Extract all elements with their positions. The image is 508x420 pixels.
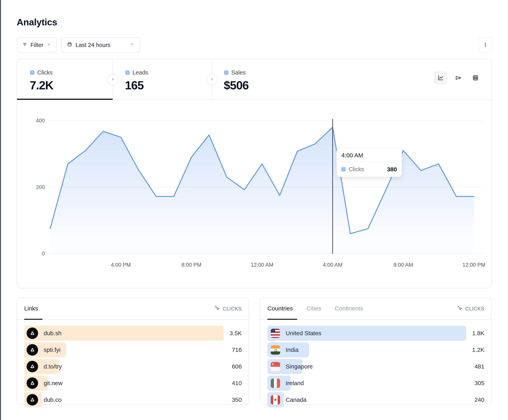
x-axis-tick: 4:00 AM [323,262,342,268]
y-axis-tick: 0 [42,251,45,257]
tooltip-time: 4:00 AM [337,148,402,162]
line-chart-icon[interactable] [434,71,447,84]
list-item[interactable]: Ireland305 [267,376,484,391]
countries-panel-header: Countries Cities Continents CLICKS [260,298,492,320]
stat-value: 165 [125,79,212,92]
in-flag-icon [271,345,280,355]
active-tab-underline [17,99,113,100]
tab-continents[interactable]: Continents [335,298,367,320]
list-item[interactable]: dub.co350 [24,392,242,407]
chart-tooltip: 4:00 AM Clicks 380 [336,148,402,177]
x-axis-tick: 8:00 PM [181,262,202,268]
y-axis-tick: 200 [36,184,45,190]
chevron-down-icon [46,42,52,49]
item-clicks-value: 3.5K [230,330,242,337]
tab-cities[interactable]: Cities [306,298,326,320]
dub-logo-icon [27,361,38,372]
tooltip-series-label: Clicks [349,166,364,173]
stat-value: 7.2K [30,79,113,92]
leads-legend-chip [125,71,129,75]
table-icon[interactable] [469,71,482,84]
stat-value: $506 [224,79,311,92]
countries-list: United States1.8KIndia1.2KSingapore481Ir… [260,320,492,407]
list-item[interactable]: India1.2K [267,342,484,357]
us-flag-icon [271,329,280,338]
cursor-click-icon [214,305,220,312]
list-item[interactable]: United States1.8K [267,326,484,341]
item-clicks-value: 350 [232,396,242,403]
item-name: Canada [286,396,306,403]
links-panel-header: Links CLICKS [17,298,249,320]
item-clicks-value: 606 [232,363,242,370]
tab-countries[interactable]: Countries [267,298,297,320]
list-item[interactable]: git.new410 [24,376,242,391]
more-options-button[interactable] [479,37,492,53]
sg-flag-icon [271,362,280,371]
filter-button[interactable]: Filter [17,37,57,53]
item-name: United States [286,330,321,337]
dub-logo-icon [27,344,38,356]
item-clicks-value: 481 [474,363,484,370]
stat-label: Clicks [37,69,52,76]
filter-button-label: Filter [30,42,43,48]
item-name: India [286,347,299,353]
item-clicks-value: 1.2K [472,347,484,353]
list-item[interactable]: spti.fyi716 [24,342,242,357]
time-series-chart[interactable]: 02004004:00 PM8:00 PM12:00 AM4:00 AM8:00… [17,100,492,289]
x-axis-tick: 4:00 PM [111,262,131,268]
countries-panel: Countries Cities Continents CLICKS Unite… [260,297,492,405]
ca-flag-icon [271,395,280,405]
left-edge-strip [0,0,1,420]
tab-links[interactable]: Links [24,298,42,320]
links-metric-selector[interactable]: CLICKS [214,305,242,312]
metric-label: CLICKS [465,306,484,312]
item-name: dub.co [44,396,61,403]
item-clicks-value: 305 [474,380,484,386]
x-axis-tick: 12:00 PM [462,262,486,268]
links-panel: Links CLICKS dub.sh3.5Kspti.fyi716d.to/t… [17,297,249,405]
x-axis-tick: 8:00 AM [393,262,413,268]
tooltip-value: 380 [387,166,397,173]
tab-sales[interactable]: Sales $506 [212,59,311,100]
x-axis-tick: 12:00 AM [251,262,273,268]
chevron-right-icon [209,77,215,83]
stats-tabs-row: Clicks 7.2K Leads 165 Sales $506 [17,59,492,100]
filter-lines-icon [22,41,28,49]
tab-leads[interactable]: Leads 165 [113,59,212,100]
item-clicks-value: 1.8K [472,330,484,337]
stat-label: Sales [231,69,246,76]
clicks-area-fill [50,127,474,254]
item-name: dub.sh [44,330,61,337]
item-name: spti.fyi [44,347,60,353]
cursor-click-icon [457,305,463,312]
countries-metric-selector[interactable]: CLICKS [457,305,484,312]
item-name: Ireland [286,380,304,386]
list-item[interactable]: Singapore481 [267,359,484,374]
toolbar: Filter Last 24 hours [17,37,140,53]
stat-label: Leads [133,69,148,76]
item-name: git.new [44,380,62,386]
date-range-button[interactable]: Last 24 hours [61,37,140,53]
dub-logo-icon [27,377,38,389]
tab-clicks[interactable]: Clicks 7.2K [17,59,113,100]
next-metric-button[interactable] [206,74,218,85]
y-axis-tick: 400 [36,118,45,124]
date-range-label: Last 24 hours [75,42,110,48]
list-item[interactable]: Canada240 [267,392,484,407]
chart-type-toggles [434,71,482,84]
dub-logo-icon [27,394,38,406]
kebab-menu-icon [482,42,489,49]
item-name: Singapore [286,363,313,370]
clicks-legend-chip [341,167,345,171]
sales-legend-chip [224,71,228,75]
item-clicks-value: 240 [474,396,484,403]
list-item[interactable]: d.to/try606 [24,359,242,374]
item-clicks-value: 410 [232,380,242,386]
analytics-chart-card: Clicks 7.2K Leads 165 Sales $506 [17,59,492,289]
funnel-chart-icon[interactable] [451,71,464,84]
ie-flag-icon [271,379,280,388]
clicks-legend-chip [30,71,34,75]
next-metric-button[interactable] [107,74,119,85]
list-item[interactable]: dub.sh3.5K [24,326,242,341]
dub-logo-icon [27,327,38,339]
